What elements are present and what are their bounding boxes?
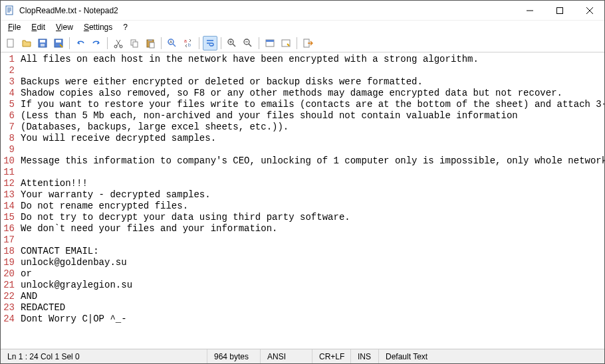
close-button[interactable] bbox=[574, 1, 604, 20]
editor[interactable]: 123456789101112131415161718192021222324 … bbox=[1, 52, 604, 349]
toolbar-separator bbox=[161, 37, 162, 49]
status-eol[interactable]: CR+LF bbox=[312, 349, 351, 363]
text-line[interactable]: Backups were either encrypted or deleted… bbox=[21, 76, 604, 88]
svg-rect-7 bbox=[40, 40, 45, 43]
svg-text:A: A bbox=[170, 40, 172, 44]
status-mode[interactable]: INS bbox=[351, 349, 379, 363]
scheme-icon[interactable] bbox=[263, 36, 277, 50]
text-line[interactable]: Message this information to company's CE… bbox=[21, 155, 604, 167]
toolbar-separator bbox=[259, 37, 259, 49]
status-position: Ln 1 : 24 Col 1 Sel 0 bbox=[1, 349, 207, 363]
text-line[interactable] bbox=[21, 65, 604, 76]
text-line[interactable]: Attention!!! bbox=[21, 178, 604, 189]
find-icon[interactable]: A bbox=[165, 36, 180, 50]
line-number: 19 bbox=[1, 257, 15, 268]
line-number: 17 bbox=[1, 234, 15, 246]
cut-icon[interactable] bbox=[111, 36, 126, 50]
line-number: 8 bbox=[1, 133, 15, 144]
text-line[interactable]: (Databases, backups, large excel sheets,… bbox=[21, 122, 604, 133]
text-line[interactable]: unlock@goldenbay.su bbox=[21, 257, 604, 268]
titlebar: ClopReadMe.txt - Notepad2 bbox=[1, 1, 604, 21]
line-number-gutter: 123456789101112131415161718192021222324 bbox=[1, 52, 18, 349]
line-number: 4 bbox=[1, 88, 15, 99]
save-as-icon[interactable] bbox=[51, 36, 66, 50]
text-line[interactable]: (Less than 5 Mb each, non-archived and y… bbox=[21, 110, 604, 122]
save-icon[interactable] bbox=[35, 36, 50, 50]
toolbar: A ab bbox=[1, 34, 604, 52]
undo-icon[interactable] bbox=[73, 36, 88, 50]
menu-help[interactable]: ? bbox=[118, 21, 132, 33]
line-number: 14 bbox=[1, 201, 15, 212]
line-number: 16 bbox=[1, 223, 15, 234]
menu-edit[interactable]: Edit bbox=[27, 21, 50, 33]
svg-line-24 bbox=[233, 44, 235, 46]
svg-rect-16 bbox=[148, 39, 152, 41]
line-number: 2 bbox=[1, 65, 15, 76]
svg-line-28 bbox=[249, 44, 251, 46]
replace-icon[interactable]: ab bbox=[181, 36, 195, 50]
line-number: 11 bbox=[1, 167, 15, 178]
text-line[interactable]: unlock@graylegion.su bbox=[21, 280, 604, 291]
text-line[interactable]: You will receive decrypted samples. bbox=[21, 133, 604, 144]
zoom-in-icon[interactable] bbox=[225, 36, 239, 50]
redo-icon[interactable] bbox=[89, 36, 104, 50]
line-number: 20 bbox=[1, 268, 15, 280]
svg-rect-2 bbox=[556, 7, 562, 13]
customize-icon[interactable] bbox=[279, 36, 293, 50]
svg-rect-5 bbox=[7, 39, 13, 47]
text-line[interactable]: or bbox=[21, 268, 604, 280]
status-encoding[interactable]: ANSI bbox=[261, 349, 312, 363]
svg-rect-17 bbox=[150, 43, 154, 48]
text-line[interactable]: Your warranty - decrypted samples. bbox=[21, 189, 604, 201]
text-line[interactable] bbox=[21, 167, 604, 178]
toolbar-separator bbox=[69, 37, 70, 49]
svg-text:a: a bbox=[184, 39, 187, 43]
maximize-button[interactable] bbox=[544, 1, 574, 20]
open-file-icon[interactable] bbox=[19, 36, 34, 50]
new-file-icon[interactable] bbox=[3, 36, 18, 50]
line-number: 13 bbox=[1, 189, 15, 201]
svg-text:b: b bbox=[188, 43, 191, 47]
line-number: 1 bbox=[1, 54, 15, 65]
line-number: 21 bbox=[1, 280, 15, 291]
zoom-out-icon[interactable] bbox=[241, 36, 255, 50]
menu-view[interactable]: View bbox=[51, 21, 78, 33]
toolbar-separator bbox=[297, 37, 297, 49]
text-line[interactable]: AND bbox=[21, 291, 604, 302]
text-line[interactable] bbox=[21, 144, 604, 155]
wordwrap-icon[interactable] bbox=[203, 36, 217, 50]
line-number: 7 bbox=[1, 122, 15, 133]
menu-settings[interactable]: Settings bbox=[79, 21, 117, 33]
line-number: 5 bbox=[1, 99, 15, 110]
paste-icon[interactable] bbox=[143, 36, 158, 50]
line-number: 6 bbox=[1, 110, 15, 122]
line-number: 15 bbox=[1, 212, 15, 223]
svg-rect-31 bbox=[266, 40, 274, 42]
menu-file[interactable]: File bbox=[3, 21, 25, 33]
text-line[interactable]: Shadow copies also removed, so F8 or any… bbox=[21, 88, 604, 99]
menubar: File Edit View Settings ? bbox=[1, 21, 604, 34]
status-scheme[interactable]: Default Text bbox=[379, 349, 604, 363]
app-icon bbox=[5, 5, 15, 16]
text-line[interactable]: All files on each host in the network ha… bbox=[21, 54, 604, 65]
text-line[interactable]: REDACTED bbox=[21, 302, 604, 314]
text-line[interactable]: CONTACT EMAIL: bbox=[21, 246, 604, 257]
text-line[interactable]: We don`t need your files and your inform… bbox=[21, 223, 604, 234]
status-bytes: 964 bytes bbox=[207, 349, 261, 363]
text-line[interactable]: Dont Worry C|OP ^_- bbox=[21, 314, 604, 325]
line-number: 23 bbox=[1, 302, 15, 314]
exit-icon[interactable] bbox=[301, 36, 315, 50]
text-line[interactable]: Do not try to decrypt your data using th… bbox=[21, 212, 604, 223]
text-line[interactable]: Do not rename encrypted files. bbox=[21, 201, 604, 212]
svg-line-19 bbox=[173, 44, 176, 46]
window-title: ClopReadMe.txt - Notepad2 bbox=[19, 6, 515, 15]
line-number: 12 bbox=[1, 178, 15, 189]
toolbar-separator bbox=[107, 37, 108, 49]
line-number: 10 bbox=[1, 155, 15, 167]
text-content[interactable]: All files on each host in the network ha… bbox=[18, 52, 604, 349]
text-line[interactable] bbox=[21, 234, 604, 246]
minimize-button[interactable] bbox=[515, 1, 544, 20]
copy-icon[interactable] bbox=[127, 36, 142, 50]
line-number: 22 bbox=[1, 291, 15, 302]
text-line[interactable]: If you want to restore your files write … bbox=[21, 99, 604, 110]
